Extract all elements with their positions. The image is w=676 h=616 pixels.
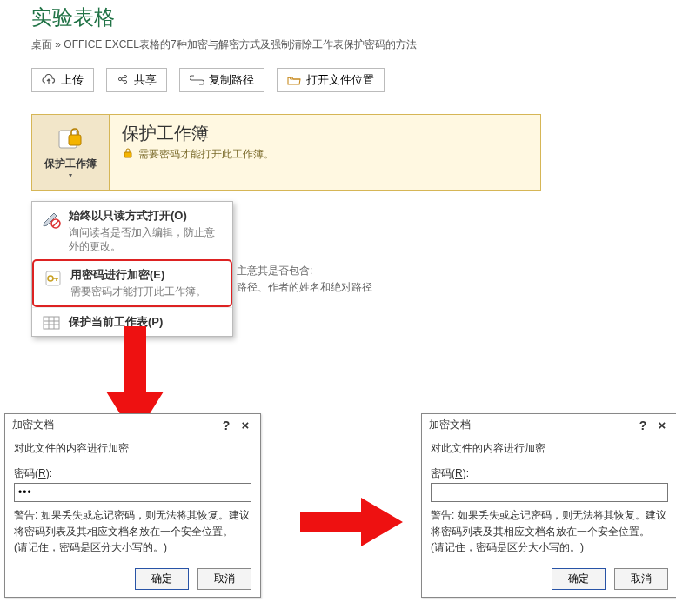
protect-workbook-panel: 保护工作簿 ▾ 保护工作簿 需要密码才能打开此工作簿。 [31,114,541,191]
svg-rect-4 [69,135,81,145]
lock-icon [122,147,134,162]
password-input[interactable] [14,483,251,502]
password-input[interactable] [431,483,668,502]
menu-encrypt-desc: 需要密码才能打开此工作簿。 [70,285,206,298]
encrypt-dialog-filled: 加密文档 ? × 对此文件的内容进行加密 密码(R): 警告: 如果丢失或忘记密… [4,413,261,598]
page-title: 实验表格 [0,0,676,31]
share-button[interactable]: 共享 [106,68,167,92]
protect-workbook-button-label: 保护工作簿 [44,157,97,171]
password-label: 密码(R): [431,466,668,481]
dialog-heading: 对此文件的内容进行加密 [14,441,251,456]
dialog-title: 加密文档 [12,418,217,432]
cancel-button[interactable]: 取消 [614,568,668,590]
help-button[interactable]: ? [633,418,653,432]
protect-menu-popup: 始终以只读方式打开(O) 询问读者是否加入编辑，防止意外的更改。 用密码进行加密… [31,201,233,337]
dialog-warning: 警告: 如果丢失或忘记密码，则无法将其恢复。建议将密码列表及其相应文档名放在一个… [14,507,251,556]
menu-encrypt-title: 用密码进行加密(E) [70,267,206,283]
protect-workbook-button[interactable]: 保护工作簿 ▾ [32,115,110,190]
folder-open-icon [287,75,301,86]
encrypt-dialog-empty: 加密文档 ? × 对此文件的内容进行加密 密码(R): 警告: 如果丢失或忘记密… [421,413,676,598]
arrow-right-icon [300,496,405,551]
toolbar: 上传 共享 复制路径 打开文件位置 [0,52,676,92]
menu-readonly-desc: 询问读者是否加入编辑，防止意外的更改。 [69,225,224,253]
open-location-label: 打开文件位置 [306,72,374,88]
dialog-title: 加密文档 [429,418,633,432]
menu-item-readonly[interactable]: 始终以只读方式打开(O) 询问读者是否加入编辑，防止意外的更改。 [32,202,232,259]
sheet-grid-icon [40,314,62,330]
close-button[interactable]: × [236,418,255,432]
svg-point-2 [124,80,126,83]
ok-button[interactable]: 确定 [552,568,606,590]
inspect-info-text: 主意其是否包含: 路径、作者的姓名和绝对路径 [237,263,372,296]
ok-button[interactable]: 确定 [135,568,189,590]
cancel-button[interactable]: 取消 [197,568,251,590]
lock-shield-icon [56,125,85,154]
protect-title: 保护工作簿 [122,122,274,145]
dialog-heading: 对此文件的内容进行加密 [431,441,668,456]
pencil-prohibit-icon [40,208,62,253]
copy-path-button[interactable]: 复制路径 [179,68,264,92]
svg-rect-10 [44,317,59,329]
password-label: 密码(R): [14,466,251,481]
menu-item-encrypt[interactable]: 用密码进行加密(E) 需要密码才能打开此工作簿。 [32,259,232,306]
share-icon [117,74,129,86]
chevron-down-icon: ▾ [69,171,72,179]
open-location-button[interactable]: 打开文件位置 [277,68,385,92]
menu-readonly-title: 始终以只读方式打开(O) [69,208,224,224]
svg-point-1 [118,77,121,80]
upload-button[interactable]: 上传 [31,68,94,92]
link-icon [190,75,204,85]
breadcrumb: 桌面 » OFFICE EXCEL表格的7种加密与解密方式及强制清除工作表保护密… [0,31,676,52]
upload-label: 上传 [61,72,84,88]
svg-point-0 [124,75,126,77]
svg-rect-5 [124,152,131,157]
protect-desc: 需要密码才能打开此工作簿。 [138,147,274,162]
share-label: 共享 [134,72,157,88]
key-lock-icon [42,267,64,298]
cloud-upload-icon [42,74,56,86]
help-button[interactable]: ? [217,418,236,432]
copy-path-label: 复制路径 [209,72,254,88]
dialog-warning: 警告: 如果丢失或忘记密码，则无法将其恢复。建议将密码列表及其相应文档名放在一个… [431,507,668,556]
close-button[interactable]: × [653,418,672,432]
